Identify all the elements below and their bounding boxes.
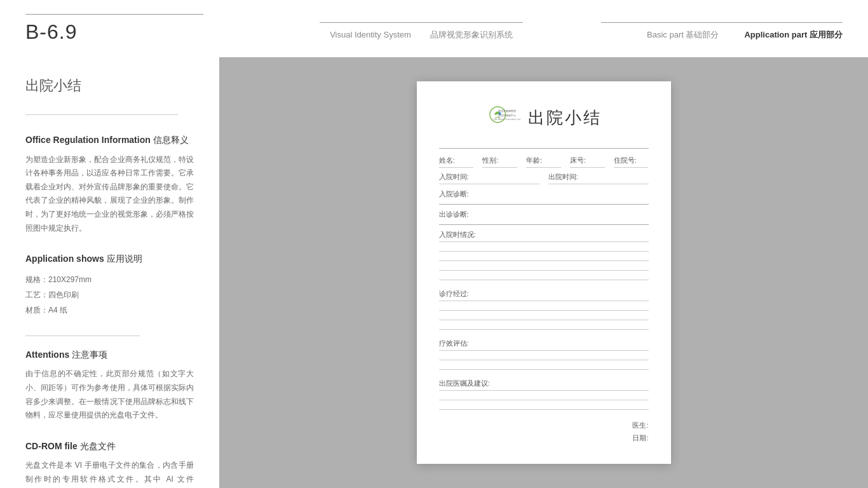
doc-header-divider xyxy=(439,148,649,149)
line1 xyxy=(439,241,649,242)
section-cd-body: 光盘文件是本 VI 手册电子文件的集合，内含手册制作时的专用软件格式文件。其中 … xyxy=(25,459,194,488)
doc-footer: 医生: 日期: xyxy=(439,419,649,445)
sidebar-title: 出院小结 xyxy=(25,76,194,95)
svg-text:普达市体检中心: 普达市体检中心 xyxy=(498,114,516,117)
svg-text:普达市健康医院: 普达市健康医院 xyxy=(498,109,516,112)
eff-line1 xyxy=(439,350,649,351)
efficacy-label: 疗效评估: xyxy=(439,339,649,348)
section-app-spec: 规格：210X297mm 工艺：四色印刷 材质：A4 纸 xyxy=(25,272,194,318)
header-center: Visual Identity System 品牌视觉形象识别系统 xyxy=(241,17,601,41)
eff-line3 xyxy=(439,369,649,370)
discharge-diagnosis-line xyxy=(439,224,649,225)
hospital-logo-icon: 普达市健康医院 普达市体检中心 Puda Medical Examination… xyxy=(485,100,520,135)
header-right-divider xyxy=(601,22,843,23)
document-title: 出院小结 xyxy=(528,107,602,129)
sidebar-divider2 xyxy=(25,336,140,336)
main-content: 普达市健康医院 普达市体检中心 Puda Medical Examination… xyxy=(219,57,868,488)
admit-diagnosis-line xyxy=(439,204,649,205)
doc-row2: 入院时间: 出院时间: xyxy=(439,170,649,184)
line4 xyxy=(439,270,649,271)
doc-field-gender: 性别: xyxy=(482,154,517,168)
age-label: 年龄: xyxy=(526,156,542,165)
doc-field-age: 年龄: xyxy=(526,154,561,168)
eff-line2 xyxy=(439,360,649,360)
header-basic-label: Basic part 基础部分 xyxy=(647,29,719,41)
section-office-heading: Office Regulation Information 信息释义 xyxy=(25,134,194,147)
section-app-heading: Application shows 应用说明 xyxy=(25,253,194,266)
spec-material: 材质：A4 纸 xyxy=(25,302,194,318)
treat-line4 xyxy=(439,329,649,330)
treat-line2 xyxy=(439,310,649,311)
treatment-lines xyxy=(439,301,649,330)
section-att-zh: 注意事项 xyxy=(72,349,107,360)
section-att-body: 由于信息的不确定性，此页部分规范（如文字大小、间距等）可作为参考使用，具体可根据… xyxy=(25,367,194,422)
footer-doctor: 医生: xyxy=(439,419,649,432)
admit-condition-lines xyxy=(439,241,649,280)
treatment-label: 诊疗经过: xyxy=(439,289,649,299)
header-application-label: Application part 应用部分 xyxy=(744,29,843,41)
header-center-text: Visual Identity System 品牌视觉形象识别系统 xyxy=(330,29,513,41)
doc-field-admission-no: 住院号: xyxy=(614,154,649,168)
header-right: Basic part 基础部分 Application part 应用部分 xyxy=(601,17,843,41)
sidebar-divider xyxy=(25,114,178,115)
section-att-en: Attentions xyxy=(25,349,69,360)
doc-field-discharge-time: 出院时间: xyxy=(548,170,649,184)
section-att-heading: Attentions 注意事项 xyxy=(25,349,194,362)
section-cd-zh: 光盘文件 xyxy=(80,441,116,451)
section-app-zh: 应用说明 xyxy=(107,254,142,264)
footer-date: 日期: xyxy=(439,432,649,445)
section-cd-en: CD-ROM file xyxy=(25,441,78,451)
treat-line3 xyxy=(439,320,649,320)
discharge-advice-label: 出院医嘱及建议: xyxy=(439,379,649,388)
efficacy-lines xyxy=(439,350,649,370)
name-label: 姓名: xyxy=(439,156,455,165)
adv-line2 xyxy=(439,400,649,400)
section-application: Application shows 应用说明 规格：210X297mm 工艺：四… xyxy=(25,253,194,318)
bed-label: 床号: xyxy=(570,156,586,165)
line3 xyxy=(439,261,649,261)
document-card: 普达市健康医院 普达市体检中心 Puda Medical Examination… xyxy=(417,81,671,464)
section-office-en: Office Regulation Information xyxy=(25,135,151,145)
header-left: B-6.9 xyxy=(25,14,241,44)
spec-size: 规格：210X297mm xyxy=(25,272,194,287)
section-attentions: Attentions 注意事项 由于信息的不确定性，此页部分规范（如文字大小、间… xyxy=(25,349,194,423)
section-office-body: 为塑造企业新形象，配合企业商务礼仪规范，特设计各种事务用品，以适应各种日常工作需… xyxy=(25,153,194,236)
header-top-divider xyxy=(25,14,203,15)
admit-diagnosis-label: 入院诊断: xyxy=(439,189,649,199)
doc-header: 普达市健康医院 普达市体检中心 Puda Medical Examination… xyxy=(439,100,649,135)
section-office-regulation: Office Regulation Information 信息释义 为塑造企业… xyxy=(25,134,194,235)
svg-text:Puda Medical Examination Cente: Puda Medical Examination Cente xyxy=(493,118,520,121)
doc-field-admit-time: 入院时间: xyxy=(439,170,539,184)
spec-process: 工艺：四色印刷 xyxy=(25,287,194,302)
admit-time-label: 入院时间: xyxy=(439,172,469,182)
admit-condition-label: 入院时情况: xyxy=(439,230,649,240)
line2 xyxy=(439,251,649,252)
doc-row1: 姓名: 性别: 年龄: 床号: 住院号: xyxy=(439,154,649,168)
admission-no-label: 住院号: xyxy=(614,156,637,165)
adv-line3 xyxy=(439,409,649,410)
section-cd-heading: CD-ROM file 光盘文件 xyxy=(25,440,194,453)
section-office-zh: 信息释义 xyxy=(153,135,189,145)
header-title-zh: 品牌视觉形象识别系统 xyxy=(430,29,513,41)
discharge-diagnosis-label: 出诊诊断: xyxy=(439,210,649,219)
discharge-advice-lines xyxy=(439,390,649,410)
discharge-time-label: 出院时间: xyxy=(548,172,578,182)
header-center-divider xyxy=(320,22,523,23)
header-title-en: Visual Identity System xyxy=(330,30,411,39)
doc-field-name: 姓名: xyxy=(439,154,474,168)
header: B-6.9 Visual Identity System 品牌视觉形象识别系统 … xyxy=(0,0,868,57)
section-app-en: Application shows xyxy=(25,254,104,264)
doc-field-bed: 床号: xyxy=(570,154,605,168)
sidebar: 出院小结 Office Regulation Information 信息释义 … xyxy=(0,57,219,488)
page-code: B-6.9 xyxy=(25,20,241,44)
treat-line1 xyxy=(439,301,649,301)
section-cdrom: CD-ROM file 光盘文件 光盘文件是本 VI 手册电子文件的集合，内含手… xyxy=(25,440,194,488)
gender-label: 性别: xyxy=(482,156,498,165)
line5 xyxy=(439,280,649,280)
header-right-text: Basic part 基础部分 Application part 应用部分 xyxy=(647,29,843,41)
adv-line1 xyxy=(439,390,649,391)
